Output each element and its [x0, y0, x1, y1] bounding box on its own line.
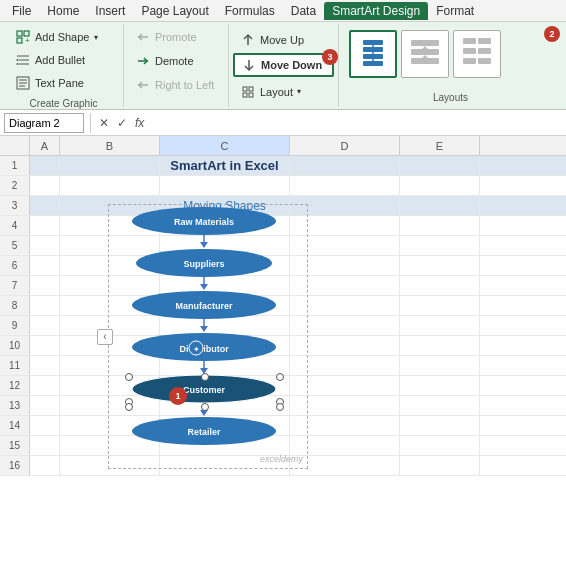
row-header-spacer [0, 136, 30, 155]
svg-rect-35 [478, 48, 491, 54]
svg-rect-32 [463, 38, 476, 44]
menu-format[interactable]: Format [428, 2, 482, 20]
cell-2b[interactable] [60, 176, 160, 195]
promote-icon [135, 29, 151, 45]
svg-text:Suppliers: Suppliers [183, 259, 224, 269]
svg-text:✦: ✦ [193, 345, 200, 354]
cell-2a[interactable] [30, 176, 60, 195]
svg-marker-31 [422, 55, 428, 58]
layout-item-3[interactable] [453, 30, 501, 78]
text-pane-button[interactable]: Text Pane [8, 72, 119, 94]
handle-bl[interactable] [125, 403, 133, 411]
handle-tr[interactable] [276, 373, 284, 381]
cell-3a[interactable] [30, 196, 60, 215]
table-row: 1 SmartArt in Excel [0, 156, 566, 176]
promote-button[interactable]: Promote [128, 26, 224, 48]
menu-data[interactable]: Data [283, 2, 324, 20]
name-box[interactable]: Diagram 2 [4, 113, 84, 133]
cell-1b[interactable] [60, 156, 160, 175]
handle-tc[interactable] [201, 373, 209, 381]
right-to-left-icon [135, 77, 151, 93]
table-row: 2 [0, 176, 566, 196]
fx-icon[interactable]: fx [133, 116, 146, 130]
cell-1c[interactable]: SmartArt in Excel [160, 156, 290, 175]
svg-rect-20 [363, 40, 383, 45]
layout-label: Layout [260, 86, 293, 98]
demote-button[interactable]: Demote [128, 50, 224, 72]
svg-point-8 [17, 63, 19, 65]
svg-rect-29 [411, 58, 439, 64]
formula-bar: Diagram 2 ✕ ✓ fx [0, 110, 566, 136]
row-header-4: 4 [0, 216, 30, 235]
svg-text:ibutor: ibutor [203, 344, 229, 354]
menu-insert[interactable]: Insert [87, 2, 133, 20]
move-up-button[interactable]: Move Up [233, 29, 334, 51]
move-up-label: Move Up [260, 34, 304, 46]
menu-smartart-design[interactable]: SmartArt Design [324, 2, 428, 20]
badge-3: 3 [322, 49, 338, 65]
svg-rect-2 [17, 38, 22, 43]
row-header-2: 2 [0, 176, 30, 195]
handle-br[interactable] [276, 403, 284, 411]
svg-rect-36 [463, 58, 476, 64]
collapse-button[interactable]: ‹ [97, 329, 113, 345]
row-header-5: 5 [0, 236, 30, 255]
cell-1a[interactable] [30, 156, 60, 175]
add-shape-button[interactable]: + Add Shape ▾ [8, 26, 119, 48]
cell-2c[interactable] [160, 176, 290, 195]
svg-text:Raw Materials: Raw Materials [174, 217, 234, 227]
add-bullet-icon [15, 52, 31, 68]
svg-rect-16 [243, 87, 247, 91]
layout-chevron: ▾ [297, 87, 301, 96]
demote-label: Demote [155, 55, 194, 67]
col-header-a: A [30, 136, 60, 155]
svg-text:+: + [25, 36, 30, 44]
svg-rect-37 [478, 58, 491, 64]
svg-rect-22 [363, 54, 383, 59]
cell-3e[interactable] [400, 196, 480, 215]
menu-formulas[interactable]: Formulas [217, 2, 283, 20]
row-header-7: 7 [0, 276, 30, 295]
demote-icon [135, 53, 151, 69]
promote-label: Promote [155, 31, 197, 43]
right-to-left-button[interactable]: Right to Left [128, 74, 224, 96]
row-header-16: 16 [0, 456, 30, 475]
svg-marker-39 [200, 242, 208, 248]
col-headers: A B C D E [0, 136, 566, 156]
confirm-formula-icon[interactable]: ✓ [115, 116, 129, 130]
add-shape-icon: + [15, 29, 31, 45]
cell-1e[interactable] [400, 156, 480, 175]
layout-button[interactable]: Layout ▾ [233, 81, 334, 103]
menu-page-layout[interactable]: Page Layout [133, 2, 216, 20]
svg-rect-33 [478, 38, 491, 44]
col-header-d: D [290, 136, 400, 155]
svg-rect-21 [363, 47, 383, 52]
text-pane-label: Text Pane [35, 77, 84, 89]
layouts-grid [347, 28, 554, 80]
cell-1d[interactable] [290, 156, 400, 175]
svg-marker-30 [422, 46, 428, 49]
svg-rect-28 [411, 49, 439, 55]
layout-item-2[interactable] [401, 30, 449, 78]
move-down-button[interactable]: Move Down 3 [233, 53, 334, 77]
menu-file[interactable]: File [4, 2, 39, 20]
cell-2d[interactable] [290, 176, 400, 195]
rows-area: 1 SmartArt in Excel 2 3 Moving Shapes [0, 156, 566, 588]
smartart-container[interactable]: ‹ Raw Materials [108, 204, 308, 469]
col-header-c: C [160, 136, 290, 155]
layout-item-1[interactable] [349, 30, 397, 78]
create-graphic-group: + Add Shape ▾ Add Bullet Text Pane [8, 26, 119, 94]
menu-bar: File Home Insert Page Layout Formulas Da… [0, 0, 566, 22]
handle-bc[interactable] [201, 403, 209, 411]
cancel-formula-icon[interactable]: ✕ [97, 116, 111, 130]
add-shape-label: Add Shape [35, 31, 89, 43]
svg-rect-18 [243, 93, 247, 97]
handle-tl[interactable] [125, 373, 133, 381]
cell-2e[interactable] [400, 176, 480, 195]
add-bullet-button[interactable]: Add Bullet [8, 49, 119, 71]
menu-home[interactable]: Home [39, 2, 87, 20]
row-header-11: 11 [0, 356, 30, 375]
move-up-icon [240, 32, 256, 48]
formula-input[interactable] [150, 116, 562, 130]
svg-text:Manufacturer: Manufacturer [175, 301, 233, 311]
